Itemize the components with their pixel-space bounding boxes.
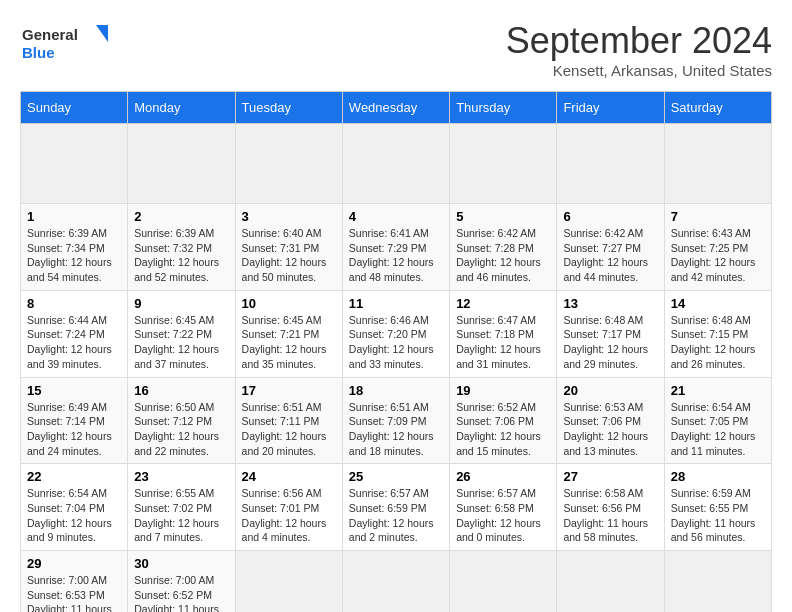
calendar-table: SundayMondayTuesdayWednesdayThursdayFrid… bbox=[20, 91, 772, 612]
calendar-cell bbox=[342, 124, 449, 204]
calendar-cell: 6Sunrise: 6:42 AMSunset: 7:27 PMDaylight… bbox=[557, 204, 664, 291]
calendar-cell: 19Sunrise: 6:52 AMSunset: 7:06 PMDayligh… bbox=[450, 377, 557, 464]
calendar-cell bbox=[21, 124, 128, 204]
cell-info: Sunrise: 6:53 AMSunset: 7:06 PMDaylight:… bbox=[563, 400, 657, 459]
calendar-cell: 2Sunrise: 6:39 AMSunset: 7:32 PMDaylight… bbox=[128, 204, 235, 291]
day-number: 11 bbox=[349, 296, 443, 311]
cell-info: Sunrise: 6:54 AMSunset: 7:04 PMDaylight:… bbox=[27, 486, 121, 545]
day-number: 12 bbox=[456, 296, 550, 311]
calendar-cell: 30Sunrise: 7:00 AMSunset: 6:52 PMDayligh… bbox=[128, 551, 235, 613]
calendar-cell bbox=[557, 124, 664, 204]
day-number: 8 bbox=[27, 296, 121, 311]
day-header-wednesday: Wednesday bbox=[342, 92, 449, 124]
day-number: 14 bbox=[671, 296, 765, 311]
calendar-cell: 11Sunrise: 6:46 AMSunset: 7:20 PMDayligh… bbox=[342, 290, 449, 377]
calendar-cell bbox=[450, 124, 557, 204]
calendar-cell: 16Sunrise: 6:50 AMSunset: 7:12 PMDayligh… bbox=[128, 377, 235, 464]
calendar-cell: 9Sunrise: 6:45 AMSunset: 7:22 PMDaylight… bbox=[128, 290, 235, 377]
calendar-cell: 7Sunrise: 6:43 AMSunset: 7:25 PMDaylight… bbox=[664, 204, 771, 291]
calendar-cell: 15Sunrise: 6:49 AMSunset: 7:14 PMDayligh… bbox=[21, 377, 128, 464]
calendar-cell: 20Sunrise: 6:53 AMSunset: 7:06 PMDayligh… bbox=[557, 377, 664, 464]
cell-info: Sunrise: 6:44 AMSunset: 7:24 PMDaylight:… bbox=[27, 313, 121, 372]
logo-svg: General Blue bbox=[20, 20, 110, 65]
day-number: 6 bbox=[563, 209, 657, 224]
cell-info: Sunrise: 6:55 AMSunset: 7:02 PMDaylight:… bbox=[134, 486, 228, 545]
calendar-cell: 26Sunrise: 6:57 AMSunset: 6:58 PMDayligh… bbox=[450, 464, 557, 551]
day-number: 24 bbox=[242, 469, 336, 484]
cell-info: Sunrise: 6:45 AMSunset: 7:22 PMDaylight:… bbox=[134, 313, 228, 372]
calendar-cell: 18Sunrise: 6:51 AMSunset: 7:09 PMDayligh… bbox=[342, 377, 449, 464]
day-header-sunday: Sunday bbox=[21, 92, 128, 124]
svg-text:Blue: Blue bbox=[22, 44, 55, 61]
calendar-cell bbox=[664, 124, 771, 204]
calendar-cell bbox=[342, 551, 449, 613]
calendar-cell: 4Sunrise: 6:41 AMSunset: 7:29 PMDaylight… bbox=[342, 204, 449, 291]
day-number: 25 bbox=[349, 469, 443, 484]
calendar-cell bbox=[450, 551, 557, 613]
calendar-week-row: 29Sunrise: 7:00 AMSunset: 6:53 PMDayligh… bbox=[21, 551, 772, 613]
cell-info: Sunrise: 7:00 AMSunset: 6:53 PMDaylight:… bbox=[27, 573, 121, 612]
cell-info: Sunrise: 6:50 AMSunset: 7:12 PMDaylight:… bbox=[134, 400, 228, 459]
calendar-cell: 24Sunrise: 6:56 AMSunset: 7:01 PMDayligh… bbox=[235, 464, 342, 551]
cell-info: Sunrise: 6:39 AMSunset: 7:34 PMDaylight:… bbox=[27, 226, 121, 285]
cell-info: Sunrise: 6:48 AMSunset: 7:17 PMDaylight:… bbox=[563, 313, 657, 372]
calendar-cell: 29Sunrise: 7:00 AMSunset: 6:53 PMDayligh… bbox=[21, 551, 128, 613]
cell-info: Sunrise: 6:48 AMSunset: 7:15 PMDaylight:… bbox=[671, 313, 765, 372]
cell-info: Sunrise: 6:51 AMSunset: 7:09 PMDaylight:… bbox=[349, 400, 443, 459]
day-number: 22 bbox=[27, 469, 121, 484]
svg-text:General: General bbox=[22, 26, 78, 43]
day-number: 10 bbox=[242, 296, 336, 311]
calendar-week-row: 15Sunrise: 6:49 AMSunset: 7:14 PMDayligh… bbox=[21, 377, 772, 464]
calendar-cell: 28Sunrise: 6:59 AMSunset: 6:55 PMDayligh… bbox=[664, 464, 771, 551]
day-number: 1 bbox=[27, 209, 121, 224]
cell-info: Sunrise: 6:40 AMSunset: 7:31 PMDaylight:… bbox=[242, 226, 336, 285]
day-number: 26 bbox=[456, 469, 550, 484]
calendar-cell: 22Sunrise: 6:54 AMSunset: 7:04 PMDayligh… bbox=[21, 464, 128, 551]
day-number: 9 bbox=[134, 296, 228, 311]
title-section: September 2024 Kensett, Arkansas, United… bbox=[506, 20, 772, 79]
day-number: 30 bbox=[134, 556, 228, 571]
month-title: September 2024 bbox=[506, 20, 772, 62]
day-header-thursday: Thursday bbox=[450, 92, 557, 124]
day-header-monday: Monday bbox=[128, 92, 235, 124]
cell-info: Sunrise: 6:47 AMSunset: 7:18 PMDaylight:… bbox=[456, 313, 550, 372]
calendar-week-row bbox=[21, 124, 772, 204]
day-number: 28 bbox=[671, 469, 765, 484]
day-number: 2 bbox=[134, 209, 228, 224]
day-header-friday: Friday bbox=[557, 92, 664, 124]
cell-info: Sunrise: 6:54 AMSunset: 7:05 PMDaylight:… bbox=[671, 400, 765, 459]
day-number: 7 bbox=[671, 209, 765, 224]
day-number: 4 bbox=[349, 209, 443, 224]
cell-info: Sunrise: 6:51 AMSunset: 7:11 PMDaylight:… bbox=[242, 400, 336, 459]
day-number: 19 bbox=[456, 383, 550, 398]
calendar-cell: 13Sunrise: 6:48 AMSunset: 7:17 PMDayligh… bbox=[557, 290, 664, 377]
day-number: 23 bbox=[134, 469, 228, 484]
cell-info: Sunrise: 6:46 AMSunset: 7:20 PMDaylight:… bbox=[349, 313, 443, 372]
calendar-header-row: SundayMondayTuesdayWednesdayThursdayFrid… bbox=[21, 92, 772, 124]
day-header-tuesday: Tuesday bbox=[235, 92, 342, 124]
calendar-cell: 27Sunrise: 6:58 AMSunset: 6:56 PMDayligh… bbox=[557, 464, 664, 551]
location-subtitle: Kensett, Arkansas, United States bbox=[506, 62, 772, 79]
day-header-saturday: Saturday bbox=[664, 92, 771, 124]
cell-info: Sunrise: 6:42 AMSunset: 7:28 PMDaylight:… bbox=[456, 226, 550, 285]
day-number: 18 bbox=[349, 383, 443, 398]
calendar-cell bbox=[664, 551, 771, 613]
calendar-cell: 3Sunrise: 6:40 AMSunset: 7:31 PMDaylight… bbox=[235, 204, 342, 291]
calendar-cell: 10Sunrise: 6:45 AMSunset: 7:21 PMDayligh… bbox=[235, 290, 342, 377]
calendar-cell bbox=[128, 124, 235, 204]
cell-info: Sunrise: 6:52 AMSunset: 7:06 PMDaylight:… bbox=[456, 400, 550, 459]
cell-info: Sunrise: 6:45 AMSunset: 7:21 PMDaylight:… bbox=[242, 313, 336, 372]
calendar-cell: 17Sunrise: 6:51 AMSunset: 7:11 PMDayligh… bbox=[235, 377, 342, 464]
logo: General Blue bbox=[20, 20, 110, 65]
cell-info: Sunrise: 6:58 AMSunset: 6:56 PMDaylight:… bbox=[563, 486, 657, 545]
day-number: 29 bbox=[27, 556, 121, 571]
cell-info: Sunrise: 6:42 AMSunset: 7:27 PMDaylight:… bbox=[563, 226, 657, 285]
day-number: 21 bbox=[671, 383, 765, 398]
calendar-cell: 8Sunrise: 6:44 AMSunset: 7:24 PMDaylight… bbox=[21, 290, 128, 377]
calendar-cell: 21Sunrise: 6:54 AMSunset: 7:05 PMDayligh… bbox=[664, 377, 771, 464]
cell-info: Sunrise: 6:49 AMSunset: 7:14 PMDaylight:… bbox=[27, 400, 121, 459]
calendar-week-row: 8Sunrise: 6:44 AMSunset: 7:24 PMDaylight… bbox=[21, 290, 772, 377]
calendar-week-row: 22Sunrise: 6:54 AMSunset: 7:04 PMDayligh… bbox=[21, 464, 772, 551]
day-number: 16 bbox=[134, 383, 228, 398]
day-number: 27 bbox=[563, 469, 657, 484]
